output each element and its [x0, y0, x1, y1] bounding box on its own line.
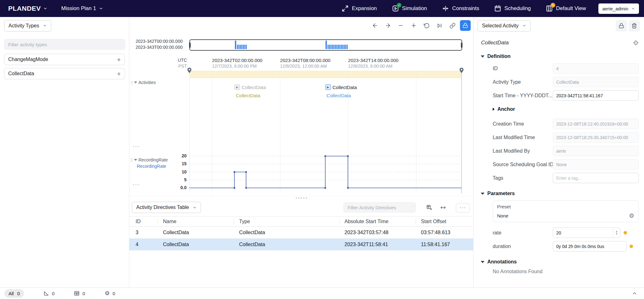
table-toolbar: Activity Directives Table ···	[129, 200, 473, 214]
timeline-activity-label[interactable]: ▶CollectData	[234, 84, 266, 90]
timezone-utc-label: UTC	[129, 57, 187, 63]
activity-types-filter-input[interactable]	[4, 39, 125, 50]
reset-zoom-button[interactable]	[421, 20, 432, 31]
app-logo-menu[interactable]: PLANDEV	[8, 5, 48, 12]
pan-right-button[interactable]	[383, 20, 393, 31]
nav-item-simulation[interactable]: ✓ Simulation	[392, 5, 427, 12]
add-activity-button[interactable]: +	[117, 56, 121, 63]
plan-selector[interactable]: Mission Plan 1	[61, 5, 104, 12]
column-header-type[interactable]: Type	[234, 218, 339, 224]
constraints-icon	[442, 5, 449, 12]
nav-item-default-view[interactable]: ✎ Default View	[546, 5, 586, 12]
parameter-modified-dot	[630, 245, 633, 248]
definition-section-header[interactable]: Definition	[481, 54, 639, 59]
brush-handle-left[interactable]	[189, 42, 191, 48]
preset-gear-icon[interactable]: ⚙	[629, 213, 634, 219]
gear-icon: ⚙	[105, 291, 110, 296]
console-table-tab[interactable]: 0	[74, 291, 85, 296]
collapse-triangle-icon	[481, 55, 484, 58]
timeline-brush[interactable]	[189, 39, 462, 51]
column-header-name[interactable]: Name	[158, 218, 234, 224]
rate-stepper[interactable]: ▲▼	[613, 228, 620, 238]
table-row[interactable]: 3 CollectData CollectData 2023-342T03:57…	[129, 227, 473, 239]
user-menu-button[interactable]: aerie_admin	[598, 3, 639, 14]
nav-item-constraints[interactable]: Constraints	[442, 5, 479, 12]
activities-row-menu-button[interactable]: ···	[132, 144, 141, 150]
delete-activity-button[interactable]	[629, 20, 640, 31]
timeline-activity-label[interactable]: CollectData	[236, 93, 260, 98]
zoom-in-button[interactable]	[408, 20, 419, 31]
new-directive-button[interactable]	[424, 203, 434, 212]
timeline-panel: 2023-342T00:00:00.000 2023-343T00:00:00.…	[129, 17, 473, 287]
panel-resize-handle[interactable]	[129, 196, 473, 200]
field-tags: Tags	[493, 173, 639, 183]
duration-input[interactable]	[553, 241, 626, 251]
row-label-text: Activities	[138, 80, 156, 85]
time-tick: 2023-342T14:00:00.00012/8/2023, 6:00:00 …	[348, 57, 424, 69]
activity-directive-icon: ▶	[325, 84, 331, 90]
table-panel-selector[interactable]: Activity Directives Table	[132, 202, 201, 213]
expand-triangle-icon	[493, 108, 495, 111]
nav-item-scheduling[interactable]: Scheduling	[494, 5, 531, 12]
link-button[interactable]	[447, 20, 458, 31]
timeline-canvas[interactable]	[129, 71, 473, 195]
drag-grip-icon	[131, 81, 133, 85]
rate-input[interactable]	[553, 228, 620, 238]
right-panel-selector[interactable]: Selected Activity	[478, 20, 531, 31]
timezone-pst-label: PST	[129, 63, 187, 69]
activity-type-item[interactable]: CollectData +	[4, 68, 125, 79]
activities-row-header[interactable]: Activities	[131, 80, 156, 85]
parameters-section-header[interactable]: Parameters	[481, 191, 639, 196]
autosize-columns-button[interactable]	[438, 203, 448, 212]
timeline-activity-label[interactable]: ▶CollectData	[325, 84, 357, 90]
chevron-down-icon	[193, 206, 197, 210]
chevron-up-icon	[632, 291, 637, 296]
band-pin-left[interactable]	[187, 67, 192, 73]
timeline-activity-label[interactable]: CollectData	[327, 93, 351, 98]
table-filter-input[interactable]	[344, 202, 416, 212]
console-all-tab[interactable]: All 0	[4, 289, 24, 298]
collapse-triangle-icon	[481, 261, 484, 263]
console-gear-tab[interactable]: ⚙ 0	[105, 291, 115, 296]
timezone-labels: UTC PST	[129, 57, 187, 69]
activity-picker-icon[interactable]	[633, 40, 639, 46]
annotations-section-header[interactable]: Annotations	[481, 259, 639, 265]
fit-window-button[interactable]	[434, 20, 445, 31]
column-header-start-offset[interactable]: Start Offset	[416, 218, 473, 224]
time-tick: 2023-342T08:00:00.00012/8/2023, 12:00:00…	[280, 57, 356, 69]
brush-handle-right[interactable]	[461, 42, 462, 48]
scheduling-icon	[494, 5, 501, 12]
table-row[interactable]: 4 CollectData CollectData 2023-342T11:58…	[129, 239, 473, 251]
view-modified-badge: ✎	[551, 3, 555, 8]
tags-input[interactable]	[553, 173, 639, 183]
anchor-section-header[interactable]: Anchor	[493, 104, 639, 114]
start-time-field[interactable]	[553, 90, 639, 101]
column-header-absolute-start-time[interactable]: Absolute Start Time	[339, 218, 416, 224]
y-axis-tick: 10	[129, 169, 187, 174]
preset-value[interactable]: None	[497, 213, 508, 218]
lock-icon	[619, 23, 624, 29]
y-axis-tick: 5	[129, 177, 187, 182]
activity-directives-table: ID Name Type Absolute Start Time Start O…	[129, 216, 473, 251]
add-activity-button[interactable]: +	[117, 71, 121, 77]
console-violations-tab[interactable]: 0	[43, 291, 54, 296]
last-modified-time-field	[553, 132, 639, 143]
table-menu-button[interactable]: ···	[456, 203, 470, 212]
left-panel-selector[interactable]: Activity Types	[4, 20, 51, 31]
zoom-out-button[interactable]	[395, 20, 406, 31]
activity-type-item[interactable]: ChangeMagMode +	[4, 54, 125, 65]
parameter-modified-dot	[624, 231, 627, 234]
console-collapse-button[interactable]	[630, 289, 640, 298]
lock-activity-button[interactable]	[616, 20, 627, 31]
trash-icon	[631, 23, 637, 29]
time-axis[interactable]: UTC PST 2023-342T02:00:00.00012/7/2023, …	[129, 57, 473, 71]
ruler-icon	[43, 291, 49, 296]
column-header-id[interactable]: ID	[129, 218, 158, 224]
pan-left-button[interactable]	[370, 20, 380, 31]
nav-item-expansion[interactable]: Expansion	[342, 5, 377, 12]
chevron-down-icon	[43, 24, 47, 28]
simulation-icon: ✓	[392, 5, 399, 12]
lock-button[interactable]	[460, 20, 471, 31]
console-status-bar: All 0 0 0 ⚙ 0	[0, 287, 644, 299]
band-pin-right[interactable]	[459, 67, 464, 73]
